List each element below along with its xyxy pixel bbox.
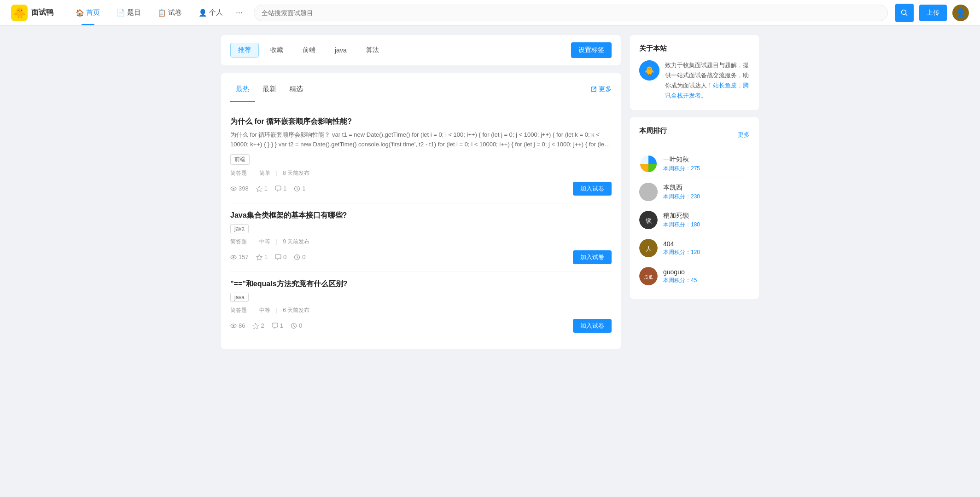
star-count: 1 [256, 185, 268, 192]
svg-rect-17 [272, 323, 278, 327]
nav-more[interactable]: ··· [232, 4, 246, 21]
rank-avatar-2 [639, 183, 658, 201]
tab-hottest[interactable]: 最热 [230, 82, 255, 96]
ranking-header: 本周排行 更多 [639, 127, 750, 143]
avatar[interactable]: 👤 [952, 5, 969, 21]
add-to-exam-button-3[interactable]: 加入试卷 [573, 319, 612, 333]
eye-icon [230, 254, 237, 260]
star-count: 2 [252, 322, 264, 329]
navbar: 🐥 面试鸭 🏠 首页 📄 题目 📋 试卷 👤 个人 ··· [0, 0, 980, 26]
about-avatar: 🐥 [639, 60, 659, 81]
rank-avatar-4: 人 [639, 239, 658, 257]
add-to-exam-button-2[interactable]: 加入试卷 [573, 250, 612, 264]
ranking-card: 本周排行 更多 一叶知秋 本周积分：275 [630, 117, 759, 299]
svg-marker-4 [256, 186, 262, 192]
tag-recommended[interactable]: 推荐 [230, 43, 259, 58]
stats-left: 398 1 1 1 [230, 185, 305, 192]
question-tags: java [230, 224, 612, 233]
svg-point-9 [233, 256, 234, 258]
tab-featured[interactable]: 精选 [284, 82, 309, 96]
question-title[interactable]: 为什么 for 循环嵌套顺序会影响性能? [230, 117, 612, 127]
sub-tabs-more[interactable]: 更多 [590, 85, 612, 93]
svg-point-23 [639, 183, 658, 201]
questions-icon: 📄 [117, 9, 125, 17]
clock-icon [294, 185, 300, 192]
about-text: 致力于收集面试题目与题解，提供一站式面试备战交流服务，助你成为面试达人！站长鱼皮… [665, 60, 750, 101]
question-tags: java [230, 293, 612, 302]
about-card: 关于本站 🐥 致力于收集面试题目与题解，提供一站式面试备战交流服务，助你成为面试… [630, 35, 759, 110]
star-count: 1 [256, 254, 268, 260]
logo-icon: 🐥 [11, 5, 28, 21]
question-stats: 157 1 0 0 [230, 250, 612, 264]
rank-item: 锁 稍加死锁 本周积分：180 [639, 206, 750, 234]
svg-point-15 [233, 325, 234, 327]
comment-icon [272, 323, 278, 329]
question-meta: 简答题 | 中等 | 6 天前发布 [230, 306, 612, 314]
nav-profile[interactable]: 👤 个人 [191, 5, 230, 21]
search-input[interactable] [254, 5, 888, 21]
nav-questions[interactable]: 📄 题目 [109, 5, 148, 21]
question-item: Java集合类框架的基本接口有哪些? java 简答题 | 中等 | 9 天前发… [230, 203, 612, 272]
comment-icon [275, 254, 281, 260]
question-published: 8 天前发布 [283, 169, 309, 177]
question-difficulty: 中等 [259, 306, 270, 314]
more-label: 更多 [599, 85, 612, 93]
comment-count: 1 [272, 322, 283, 329]
rank-avatar-5: 瓜瓜 [639, 267, 658, 285]
site-avatar-icon: 🐥 [639, 60, 659, 81]
question-tag[interactable]: java [230, 293, 249, 302]
sub-tabs: 最热 最新 精选 更多 [230, 82, 612, 102]
question-excerpt: 为什么 for 循环嵌套顺序会影响性能？ var t1 = new Date()… [230, 130, 612, 150]
rank-info-2: 本凯西 本周积分：230 [663, 184, 750, 201]
question-title[interactable]: "=="和equals方法究竟有什么区别? [230, 279, 612, 289]
tag-frontend[interactable]: 前端 [295, 43, 323, 58]
rank-score: 本周积分：180 [663, 221, 750, 229]
star-icon [256, 254, 262, 260]
logo[interactable]: 🐥 面试鸭 [11, 5, 53, 21]
tag-favorites[interactable]: 收藏 [262, 43, 291, 58]
rank-score: 本周积分：230 [663, 193, 750, 201]
rank-name: 一叶知秋 [663, 156, 750, 164]
rank-score: 本周积分：275 [663, 165, 750, 173]
clock-icon [291, 323, 297, 329]
rank-info-5: guoguo 本周积分：45 [663, 268, 750, 284]
question-tags: 前端 [230, 154, 612, 165]
rank-item: 本凯西 本周积分：230 [639, 178, 750, 206]
tag-algorithm[interactable]: 算法 [358, 43, 387, 58]
question-item: "=="和equals方法究竟有什么区别? java 简答题 | 中等 | 6 … [230, 272, 612, 340]
tab-latest[interactable]: 最新 [257, 82, 282, 96]
view-count: 157 [230, 254, 249, 260]
rank-info-4: 404 本周积分：120 [663, 240, 750, 256]
about-section: 🐥 致力于收集面试题目与题解，提供一站式面试备战交流服务，助你成为面试达人！站长… [639, 60, 750, 101]
about-link-1[interactable]: 站长鱼皮， [713, 82, 743, 89]
question-type: 简答题 [230, 238, 247, 246]
navbar-actions: 上传 👤 [895, 4, 969, 22]
rank-avatar-1 [639, 155, 658, 173]
question-tag[interactable]: 前端 [230, 154, 250, 165]
about-title: 关于本站 [639, 44, 750, 53]
ranking-more[interactable]: 更多 [738, 131, 750, 139]
svg-marker-10 [256, 254, 262, 260]
upload-button[interactable]: 上传 [919, 5, 947, 21]
svg-line-1 [906, 14, 908, 16]
star-icon [252, 323, 259, 329]
question-tag[interactable]: java [230, 224, 249, 233]
nav-papers[interactable]: 📋 试卷 [150, 5, 189, 21]
set-tags-button[interactable]: 设置标签 [571, 42, 612, 58]
rank-item: 人 404 本周积分：120 [639, 234, 750, 262]
search-button[interactable] [895, 4, 914, 22]
sidebar: 关于本站 🐥 致力于收集面试题目与题解，提供一站式面试备战交流服务，助你成为面试… [630, 35, 759, 349]
question-title[interactable]: Java集合类框架的基本接口有哪些? [230, 211, 612, 220]
svg-text:瓜瓜: 瓜瓜 [644, 275, 653, 280]
main-nav: 🏠 首页 📄 题目 📋 试卷 👤 个人 ··· [68, 4, 246, 21]
svg-point-3 [233, 188, 234, 190]
question-meta: 简答题 | 中等 | 9 天前发布 [230, 238, 612, 246]
nav-home[interactable]: 🏠 首页 [68, 5, 107, 21]
tag-java[interactable]: java [327, 43, 355, 57]
rank-name: 404 [663, 240, 750, 248]
add-to-exam-button-1[interactable]: 加入试卷 [573, 182, 612, 196]
papers-icon: 📋 [158, 9, 166, 17]
stats-left: 86 2 1 0 [230, 322, 302, 329]
question-difficulty: 中等 [259, 238, 270, 246]
comment-icon [275, 185, 281, 192]
